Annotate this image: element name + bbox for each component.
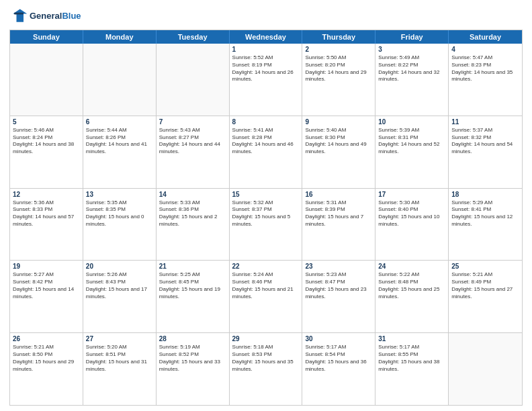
day-number: 3 <box>378 46 445 53</box>
day-info: Sunrise: 5:26 AMSunset: 8:43 PMDaylight:… <box>86 271 153 300</box>
day-cell-27: 27Sunrise: 5:20 AMSunset: 8:51 PMDayligh… <box>83 333 157 405</box>
day-cell-16: 16Sunrise: 5:31 AMSunset: 8:39 PMDayligh… <box>302 189 375 261</box>
empty-cell <box>10 44 83 116</box>
day-cell-11: 11Sunrise: 5:37 AMSunset: 8:32 PMDayligh… <box>449 116 522 188</box>
day-number: 12 <box>13 191 80 198</box>
day-cell-17: 17Sunrise: 5:30 AMSunset: 8:40 PMDayligh… <box>375 189 449 261</box>
day-number: 9 <box>305 118 372 126</box>
day-info: Sunrise: 5:19 AMSunset: 8:52 PMDaylight:… <box>159 344 226 373</box>
day-info: Sunrise: 5:44 AMSunset: 8:26 PMDaylight:… <box>86 127 153 156</box>
calendar-header: SundayMondayTuesdayWednesdayThursdayFrid… <box>10 30 522 44</box>
day-cell-24: 24Sunrise: 5:22 AMSunset: 8:48 PMDayligh… <box>375 261 449 332</box>
day-cell-5: 5Sunrise: 5:46 AMSunset: 8:24 PMDaylight… <box>10 116 83 188</box>
empty-cell <box>449 333 522 405</box>
day-number: 5 <box>13 118 80 126</box>
day-cell-21: 21Sunrise: 5:25 AMSunset: 8:45 PMDayligh… <box>157 261 230 332</box>
day-info: Sunrise: 5:36 AMSunset: 8:33 PMDaylight:… <box>13 199 80 228</box>
day-info: Sunrise: 5:31 AMSunset: 8:39 PMDaylight:… <box>305 199 372 228</box>
day-cell-7: 7Sunrise: 5:43 AMSunset: 8:27 PMDaylight… <box>157 116 230 188</box>
day-cell-18: 18Sunrise: 5:29 AMSunset: 8:41 PMDayligh… <box>449 189 522 261</box>
day-number: 13 <box>86 191 153 198</box>
day-info: Sunrise: 5:46 AMSunset: 8:24 PMDaylight:… <box>13 127 80 156</box>
day-number: 27 <box>86 335 153 342</box>
header: GeneralBlue <box>9 7 523 26</box>
day-info: Sunrise: 5:41 AMSunset: 8:28 PMDaylight:… <box>232 127 300 156</box>
header-day-saturday: Saturday <box>449 30 522 44</box>
day-info: Sunrise: 5:37 AMSunset: 8:32 PMDaylight:… <box>451 127 519 156</box>
day-cell-28: 28Sunrise: 5:19 AMSunset: 8:52 PMDayligh… <box>157 333 230 405</box>
day-cell-26: 26Sunrise: 5:21 AMSunset: 8:50 PMDayligh… <box>10 333 83 405</box>
day-info: Sunrise: 5:52 AMSunset: 8:19 PMDaylight:… <box>232 54 300 83</box>
day-number: 23 <box>305 263 372 270</box>
day-info: Sunrise: 5:39 AMSunset: 8:31 PMDaylight:… <box>378 127 445 156</box>
day-number: 16 <box>305 191 372 198</box>
empty-cell <box>83 44 157 116</box>
day-cell-20: 20Sunrise: 5:26 AMSunset: 8:43 PMDayligh… <box>83 261 157 332</box>
day-cell-25: 25Sunrise: 5:21 AMSunset: 8:49 PMDayligh… <box>449 261 522 332</box>
day-number: 25 <box>451 263 519 270</box>
day-info: Sunrise: 5:40 AMSunset: 8:30 PMDaylight:… <box>305 127 372 156</box>
day-cell-2: 2Sunrise: 5:50 AMSunset: 8:20 PMDaylight… <box>302 44 375 116</box>
day-info: Sunrise: 5:47 AMSunset: 8:23 PMDaylight:… <box>451 54 519 83</box>
day-cell-10: 10Sunrise: 5:39 AMSunset: 8:31 PMDayligh… <box>375 116 449 188</box>
header-day-wednesday: Wednesday <box>230 30 303 44</box>
logo: GeneralBlue <box>9 7 81 26</box>
day-number: 15 <box>232 191 300 198</box>
day-info: Sunrise: 5:50 AMSunset: 8:20 PMDaylight:… <box>305 54 372 83</box>
svg-rect-2 <box>14 13 24 15</box>
day-cell-8: 8Sunrise: 5:41 AMSunset: 8:28 PMDaylight… <box>230 116 303 188</box>
day-number: 4 <box>451 46 519 53</box>
header-day-tuesday: Tuesday <box>157 30 230 44</box>
day-info: Sunrise: 5:32 AMSunset: 8:37 PMDaylight:… <box>232 199 300 228</box>
day-number: 11 <box>451 118 519 126</box>
day-number: 19 <box>13 263 80 270</box>
day-cell-13: 13Sunrise: 5:35 AMSunset: 8:35 PMDayligh… <box>83 189 157 261</box>
header-day-thursday: Thursday <box>302 30 375 44</box>
day-cell-12: 12Sunrise: 5:36 AMSunset: 8:33 PMDayligh… <box>10 189 83 261</box>
day-cell-9: 9Sunrise: 5:40 AMSunset: 8:30 PMDaylight… <box>302 116 375 188</box>
page: GeneralBlue SundayMondayTuesdayWednesday… <box>0 0 532 411</box>
day-number: 24 <box>378 263 445 270</box>
day-info: Sunrise: 5:20 AMSunset: 8:51 PMDaylight:… <box>86 344 153 373</box>
day-info: Sunrise: 5:23 AMSunset: 8:47 PMDaylight:… <box>305 271 372 300</box>
day-cell-15: 15Sunrise: 5:32 AMSunset: 8:37 PMDayligh… <box>230 189 303 261</box>
logo-text: GeneralBlue <box>30 11 81 21</box>
day-number: 2 <box>305 46 372 53</box>
calendar-body: 1Sunrise: 5:52 AMSunset: 8:19 PMDaylight… <box>10 44 522 405</box>
day-number: 17 <box>378 191 445 198</box>
calendar-row-1: 1Sunrise: 5:52 AMSunset: 8:19 PMDaylight… <box>10 44 522 116</box>
calendar: SundayMondayTuesdayWednesdayThursdayFrid… <box>9 30 523 406</box>
day-info: Sunrise: 5:49 AMSunset: 8:22 PMDaylight:… <box>378 54 445 83</box>
day-cell-14: 14Sunrise: 5:33 AMSunset: 8:36 PMDayligh… <box>157 189 230 261</box>
day-cell-29: 29Sunrise: 5:18 AMSunset: 8:53 PMDayligh… <box>230 333 303 405</box>
day-info: Sunrise: 5:24 AMSunset: 8:46 PMDaylight:… <box>232 271 300 300</box>
day-info: Sunrise: 5:17 AMSunset: 8:54 PMDaylight:… <box>305 344 372 373</box>
logo-icon <box>9 7 28 26</box>
day-number: 20 <box>86 263 153 270</box>
day-number: 26 <box>13 335 80 342</box>
day-number: 14 <box>159 191 226 198</box>
calendar-row-3: 12Sunrise: 5:36 AMSunset: 8:33 PMDayligh… <box>10 189 522 261</box>
day-info: Sunrise: 5:17 AMSunset: 8:55 PMDaylight:… <box>378 344 445 373</box>
day-cell-1: 1Sunrise: 5:52 AMSunset: 8:19 PMDaylight… <box>230 44 303 116</box>
svg-marker-1 <box>13 9 27 22</box>
day-info: Sunrise: 5:30 AMSunset: 8:40 PMDaylight:… <box>378 199 445 228</box>
day-number: 1 <box>232 46 300 53</box>
day-info: Sunrise: 5:35 AMSunset: 8:35 PMDaylight:… <box>86 199 153 228</box>
day-info: Sunrise: 5:25 AMSunset: 8:45 PMDaylight:… <box>159 271 226 300</box>
day-cell-31: 31Sunrise: 5:17 AMSunset: 8:55 PMDayligh… <box>375 333 449 405</box>
day-info: Sunrise: 5:18 AMSunset: 8:53 PMDaylight:… <box>232 344 300 373</box>
day-info: Sunrise: 5:33 AMSunset: 8:36 PMDaylight:… <box>159 199 226 228</box>
day-number: 21 <box>159 263 226 270</box>
calendar-row-4: 19Sunrise: 5:27 AMSunset: 8:42 PMDayligh… <box>10 261 522 333</box>
day-number: 31 <box>378 335 445 342</box>
day-info: Sunrise: 5:21 AMSunset: 8:49 PMDaylight:… <box>451 271 519 300</box>
day-number: 18 <box>451 191 519 198</box>
day-number: 8 <box>232 118 300 126</box>
day-info: Sunrise: 5:22 AMSunset: 8:48 PMDaylight:… <box>378 271 445 300</box>
day-cell-30: 30Sunrise: 5:17 AMSunset: 8:54 PMDayligh… <box>302 333 375 405</box>
day-cell-6: 6Sunrise: 5:44 AMSunset: 8:26 PMDaylight… <box>83 116 157 188</box>
calendar-row-2: 5Sunrise: 5:46 AMSunset: 8:24 PMDaylight… <box>10 116 522 189</box>
day-info: Sunrise: 5:27 AMSunset: 8:42 PMDaylight:… <box>13 271 80 300</box>
day-number: 29 <box>232 335 300 342</box>
